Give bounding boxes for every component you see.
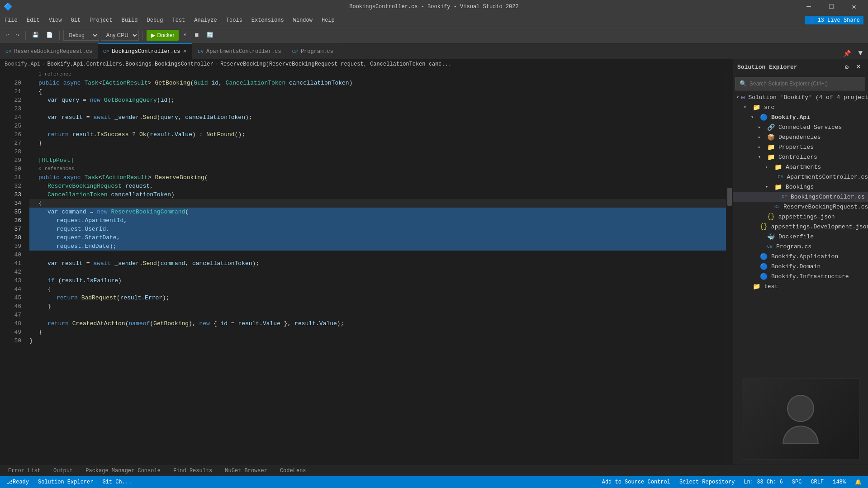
status-encoding[interactable]: SPC — [790, 479, 804, 485]
tree-item-Bookify-Domain[interactable]: 🔵Bookify.Domain — [733, 261, 868, 271]
code-line-23[interactable] — [29, 104, 726, 113]
toolbar-redo[interactable]: ↪ — [13, 30, 22, 41]
tab-reservebooking[interactable]: C# ReserveBookingRequest.cs — [0, 43, 98, 59]
code-line-33[interactable]: { — [29, 199, 726, 208]
code-line-31[interactable]: ReserveBookingRequest request, — [29, 182, 726, 190]
tree-item-Bookify-Infrastructure[interactable]: 🔵Bookify.Infrastructure — [733, 271, 868, 281]
status-git-branch[interactable]: ⎇ Ready — [5, 479, 31, 486]
code-line-34[interactable]: var command = new ReserveBookingCommand( — [29, 208, 726, 216]
menu-extensions[interactable]: Extensions — [247, 14, 289, 27]
tree-item-Solution--Bookify---4-of-4-projects-[interactable]: ▾⊞Solution 'Bookify' (4 of 4 projects) — [733, 92, 868, 102]
bottom-tab-find-results[interactable]: Find Results — [169, 465, 217, 477]
toolbar-restart[interactable]: 🔄 — [204, 30, 216, 41]
menu-debug[interactable]: Debug — [142, 14, 167, 27]
code-line-37[interactable]: request.StartDate, — [29, 233, 726, 242]
menu-analyze[interactable]: Analyze — [190, 14, 221, 27]
menu-project[interactable]: Project — [85, 14, 117, 27]
tree-item-Bookify-Api[interactable]: ▾🔵Bookify.Api — [733, 112, 868, 122]
tree-item-Program-cs[interactable]: C#Program.cs — [733, 242, 868, 251]
status-git-changes-link[interactable]: Git Ch... — [100, 479, 133, 485]
code-line-24[interactable]: var result = await _sender.Send(query, c… — [29, 113, 726, 122]
breadcrumb-file[interactable]: Bookify.Api — [5, 61, 40, 67]
menu-edit[interactable]: Edit — [22, 14, 44, 27]
tree-item-Apartments[interactable]: ▸📁Apartments — [733, 162, 868, 172]
toolbar-undo[interactable]: ↩ — [3, 30, 11, 41]
tree-item-src[interactable]: ▾📁src — [733, 102, 868, 112]
minimize-button[interactable]: ─ — [798, 0, 819, 14]
tab-pin-button[interactable]: 📌 — [840, 48, 854, 59]
code-line-47[interactable]: return CreatedAtAction(nameof(GetBooking… — [29, 319, 726, 328]
tab-program[interactable]: C# Program.cs — [287, 43, 339, 59]
code-line-21[interactable]: { — [29, 87, 726, 96]
toolbar-save[interactable]: 💾 — [29, 30, 42, 41]
code-line-30[interactable]: public async Task<IActionResult> Reserve… — [29, 173, 726, 182]
tree-item-Dockerfile[interactable]: 🐳Dockerfile — [733, 232, 868, 242]
code-line-36[interactable]: request.UserId, — [29, 225, 726, 233]
tree-item-Dependencies[interactable]: ▸📦Dependencies — [733, 132, 868, 142]
tab-apartments[interactable]: C# ApartmentsController.cs — [192, 43, 287, 59]
code-line-20[interactable]: public async Task<IActionResult> GetBook… — [29, 79, 726, 87]
tree-item-Bookings[interactable]: ▾📁Bookings — [733, 182, 868, 192]
status-solution-explorer-link[interactable]: Solution Explorer — [36, 479, 95, 485]
tree-item-Connected-Services[interactable]: ▸🔗Connected Services — [733, 122, 868, 132]
code-line-48[interactable]: } — [29, 328, 726, 336]
menu-view[interactable]: View — [44, 14, 66, 27]
bottom-tab-package-manager[interactable]: Package Manager Console — [81, 465, 165, 477]
code-line-28[interactable] — [29, 147, 726, 156]
code-line-45[interactable]: } — [29, 302, 726, 311]
tab-overflow-button[interactable]: ▼ — [855, 48, 865, 59]
tree-item-Bookify-Application[interactable]: 🔵Bookify.Application — [733, 251, 868, 261]
tree-item-ReserveBookingRequest-cs[interactable]: C#ReserveBookingRequest.cs — [733, 202, 868, 212]
se-close-button[interactable]: × — [854, 62, 863, 72]
code-line-46[interactable] — [29, 311, 726, 319]
tree-item-Controllers[interactable]: ▾📁Controllers — [733, 152, 868, 162]
status-zoom[interactable]: 148% — [831, 479, 848, 485]
breadcrumb-namespace[interactable]: Bookify.Api.Controllers.Bookings.Booking… — [47, 61, 213, 67]
status-select-repository[interactable]: Select Repository — [678, 479, 736, 485]
menu-file[interactable]: File — [0, 14, 22, 27]
status-notifications[interactable]: 🔔 — [853, 479, 863, 486]
menu-window[interactable]: Window — [289, 14, 317, 27]
menu-tools[interactable]: Tools — [222, 14, 247, 27]
code-line-50[interactable] — [29, 345, 726, 354]
debug-config-select[interactable]: Debug Release — [63, 30, 99, 41]
status-line-ending[interactable]: CRLF — [809, 479, 825, 485]
code-line-44[interactable]: return BadRequest(result.Error); — [29, 294, 726, 302]
menu-test[interactable]: Test — [168, 14, 190, 27]
close-button[interactable]: ✕ — [844, 0, 864, 14]
tree-item-appsettings-Development-json[interactable]: {}appsettings.Development.json — [733, 222, 868, 232]
tree-item-appsettings-json[interactable]: {}appsettings.json — [733, 212, 868, 222]
tab-close-active[interactable]: × — [183, 48, 186, 55]
code-line-49[interactable]: } — [29, 336, 726, 345]
tab-bookingscontroller[interactable]: C# BookingsController.cs × — [98, 43, 192, 59]
code-line-40[interactable]: var result = await _sender.Send(command,… — [29, 259, 726, 268]
menu-help[interactable]: Help — [317, 14, 339, 27]
code-line-27[interactable]: } — [29, 139, 726, 147]
code-line-43[interactable]: { — [29, 285, 726, 294]
code-line-39[interactable] — [29, 251, 726, 259]
bottom-tab-error-list[interactable]: Error List — [4, 465, 45, 477]
breadcrumb-method[interactable]: ReserveBooking(ReserveBookingRequest req… — [220, 61, 451, 67]
code-line-41[interactable] — [29, 268, 726, 276]
liveshare-badge[interactable]: 👤 13 Live Share — [805, 16, 863, 24]
run-docker-button[interactable]: ▶ Docker — [147, 30, 179, 41]
se-filter-button[interactable]: ⚙ — [842, 62, 852, 72]
se-search-box[interactable]: 🔍 — [735, 77, 865, 90]
code-content[interactable]: 1 referencepublic async Task<IActionResu… — [25, 69, 726, 464]
tree-item-Properties[interactable]: ▸📁Properties — [733, 142, 868, 152]
code-line-32[interactable]: CancellationToken cancellationToken) — [29, 190, 726, 199]
maximize-button[interactable]: □ — [821, 0, 842, 14]
status-line-col[interactable]: Ln: 33 Ch: 6 — [742, 479, 784, 485]
code-line-35[interactable]: request.ApartmentId, — [29, 216, 726, 225]
status-add-source-control[interactable]: Add to Source Control — [600, 479, 672, 485]
tree-item-BookingsController-cs[interactable]: C#BookingsController.cs — [733, 192, 868, 202]
code-line-25[interactable] — [29, 122, 726, 130]
se-search-input[interactable] — [749, 81, 861, 87]
bottom-tab-output[interactable]: Output — [49, 465, 77, 477]
toolbar-save-all[interactable]: 📄 — [43, 30, 56, 41]
bottom-tab-codelens[interactable]: CodeLens — [275, 465, 311, 477]
editor-scrollbar[interactable] — [726, 69, 732, 464]
tree-item-test[interactable]: 📁test — [733, 281, 868, 291]
bottom-tab-nuget[interactable]: NuGet Browser — [220, 465, 272, 477]
code-line-38[interactable]: request.EndDate); — [29, 242, 726, 251]
